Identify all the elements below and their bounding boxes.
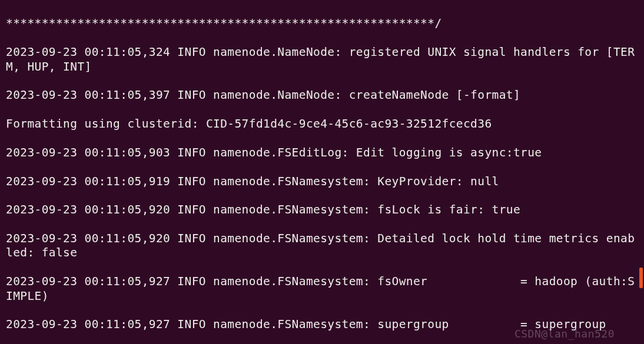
watermark: CSDN@lan_han520 [514,328,615,341]
log-line: 2023-09-23 00:11:05,920 INFO namenode.FS… [6,203,638,217]
log-line: 2023-09-23 00:11:05,397 INFO namenode.Na… [6,88,638,102]
log-line: Formatting using clusterid: CID-57fd1d4c… [6,117,638,131]
log-line: ****************************************… [6,16,638,31]
log-line: 2023-09-23 00:11:05,324 INFO namenode.Na… [6,45,638,74]
log-line: 2023-09-23 00:11:05,919 INFO namenode.FS… [6,175,638,189]
log-line: 2023-09-23 00:11:05,903 INFO namenode.FS… [6,146,638,160]
scrollbar-thumb[interactable] [639,268,643,288]
terminal-output: ****************************************… [6,2,638,344]
log-line: 2023-09-23 00:11:05,920 INFO namenode.FS… [6,232,638,260]
log-line: 2023-09-23 00:11:05,927 INFO namenode.FS… [6,275,638,303]
